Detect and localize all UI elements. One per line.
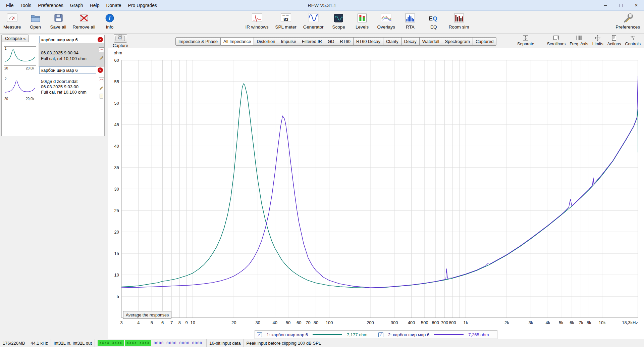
x-tick-label: 3 — [120, 320, 122, 325]
tab-spectrogram[interactable]: Spectrogram — [442, 37, 473, 46]
tab-clarity[interactable]: Clarity — [383, 37, 401, 46]
tab-rt60-decay[interactable]: RT60 Decay — [354, 37, 383, 46]
open-button[interactable]: Open — [27, 12, 44, 30]
remove-all-button[interactable]: Remove all — [73, 12, 96, 30]
y-tick-label: 55 — [114, 79, 119, 84]
toolbar-right-group: Preferences — [615, 12, 640, 30]
generator-icon — [308, 12, 319, 24]
toolbar: Measure Open Save all Remove all i Info … — [0, 11, 644, 34]
measurement1-number: 1 — [5, 47, 7, 50]
menu-help[interactable]: Help — [87, 1, 103, 10]
measurement2-delete-button[interactable]: × — [98, 67, 103, 73]
tab-impulse[interactable]: Impulse — [278, 37, 299, 46]
status-bar: 176/226MB 44.1 kHz Int32L in, Int32L out… — [0, 339, 644, 347]
measurement1-delete-button[interactable]: × — [98, 37, 103, 42]
room-sim-button[interactable]: Room sim — [449, 12, 469, 30]
average-responses-button[interactable]: Average the responses — [123, 311, 171, 319]
actions-button[interactable]: Actions — [607, 34, 621, 46]
measurement2-thumbnail[interactable]: 2 — [4, 77, 36, 96]
save-all-button[interactable]: Save all — [50, 12, 67, 30]
clipping-headroom: Peak input before clipping 100 dB SPL — [244, 339, 324, 347]
x-tick-label: 40 — [272, 320, 277, 325]
measurement1-chart-icon[interactable] — [99, 47, 104, 52]
capture-button[interactable] — [114, 34, 127, 43]
tab-impedance-phase[interactable]: Impedance & Phase — [175, 37, 221, 46]
x-tick-label: 5 — [151, 320, 153, 325]
x-tick-label: 30 — [256, 320, 260, 325]
tab-waterfall[interactable]: Waterfall — [420, 37, 442, 46]
x-tick-label: 60 — [297, 320, 301, 325]
svg-text:i: i — [109, 15, 111, 21]
measure-icon — [7, 12, 17, 24]
menu-tools[interactable]: Tools — [17, 1, 35, 10]
svg-text:dB SPL: dB SPL — [282, 14, 289, 16]
separate-label: Separate — [517, 42, 534, 46]
tab-gd[interactable]: GD — [325, 37, 337, 46]
tab-all-impedance[interactable]: All Impedance — [221, 37, 254, 46]
titlebar: File Tools Preferences Graph Help Donate… — [0, 0, 644, 11]
capture-label: Capture — [113, 43, 128, 48]
measurement1-thumbnail[interactable]: 1 — [4, 46, 36, 66]
spl-meter-icon: dB SPL83 — [280, 12, 291, 24]
collapse-panel-button[interactable]: Collapse « — [2, 35, 29, 42]
measurement1-edit-icon[interactable] — [99, 55, 104, 60]
measurement2-number: 2 — [5, 77, 7, 81]
legend2-checkbox[interactable]: ✓ — [378, 332, 383, 337]
tab-captured[interactable]: Captured — [473, 37, 496, 46]
rta-label: RTA — [406, 24, 415, 30]
close-button[interactable]: × — [629, 0, 644, 10]
tab-filtered-ir[interactable]: Filtered IR — [299, 37, 325, 46]
eq-button[interactable]: EQ EQ — [425, 12, 442, 30]
limits-button[interactable]: Limits — [592, 34, 603, 46]
generator-button[interactable]: Generator — [303, 12, 324, 30]
spl-meter-button[interactable]: dB SPL83 SPL meter — [275, 12, 296, 30]
controls-button[interactable]: Controls — [625, 34, 641, 46]
measurement2-edit-icon[interactable] — [99, 86, 104, 91]
measure-button[interactable]: Measure — [3, 12, 21, 30]
tab-distortion[interactable]: Distortion — [254, 37, 278, 46]
y-tick-label: 60 — [114, 58, 119, 63]
menu-graph[interactable]: Graph — [67, 1, 87, 10]
legend2-value: 7,265 ohm — [468, 332, 495, 337]
output-level-meter-2: 0000 0000 — [179, 341, 203, 345]
preferences-button[interactable]: Preferences — [615, 12, 640, 30]
menu-preferences[interactable]: Preferences — [35, 1, 66, 10]
menu-file[interactable]: File — [3, 1, 17, 10]
y-tick-label: 5 — [117, 294, 119, 299]
room-sim-icon — [454, 12, 464, 24]
overlays-button[interactable]: Overlays — [377, 12, 395, 30]
tab-rt60[interactable]: RT60 — [337, 37, 354, 46]
y-axis-unit-label: ohm — [114, 50, 122, 55]
separate-button[interactable]: Separate — [517, 34, 534, 46]
svg-text:E: E — [429, 15, 433, 22]
maximize-button[interactable]: □ — [613, 0, 629, 10]
minimize-button[interactable]: – — [598, 0, 613, 10]
measurement1-name-input[interactable] — [39, 36, 96, 43]
menu-pro-upgrades[interactable]: Pro Upgrades — [125, 1, 160, 10]
rta-button[interactable]: RTA — [402, 12, 419, 30]
measurement2-notes-icon[interactable] — [99, 94, 104, 99]
measurement1-fmin-label: 20 — [4, 66, 8, 70]
menu-donate[interactable]: Donate — [103, 1, 124, 10]
tab-decay[interactable]: Decay — [401, 37, 420, 46]
legend1-checkbox[interactable]: ✓ — [257, 332, 262, 337]
levels-button[interactable]: Levels — [354, 12, 371, 30]
info-button[interactable]: i Info — [101, 12, 118, 30]
scope-label: Scope — [332, 24, 345, 30]
x-tick-label: 700 — [441, 320, 448, 325]
x-tick-label: 200 — [367, 320, 374, 325]
x-tick-label: 7k — [579, 320, 583, 325]
ir-windows-label: IR windows — [245, 24, 268, 30]
measurement2-chart-icon[interactable] — [99, 78, 104, 83]
legend1-label: 1: карбон шир мар 6 — [267, 332, 308, 337]
ir-windows-button[interactable]: IR windows — [245, 12, 268, 30]
freq-axis-button[interactable]: Freq. Axis — [570, 34, 588, 46]
scope-button[interactable]: Scope — [330, 12, 347, 30]
scrollbars-button[interactable]: Scrollbars — [547, 34, 566, 46]
spl-meter-label: SPL meter — [275, 24, 296, 30]
save-all-label: Save all — [50, 24, 66, 30]
measurement2-name-input[interactable] — [39, 66, 96, 74]
impedance-chart[interactable]: 5101520253035404550556034567891020304050… — [108, 34, 644, 339]
io-format: Int32L in, Int32L out — [51, 339, 95, 347]
controls-label: Controls — [625, 42, 641, 46]
